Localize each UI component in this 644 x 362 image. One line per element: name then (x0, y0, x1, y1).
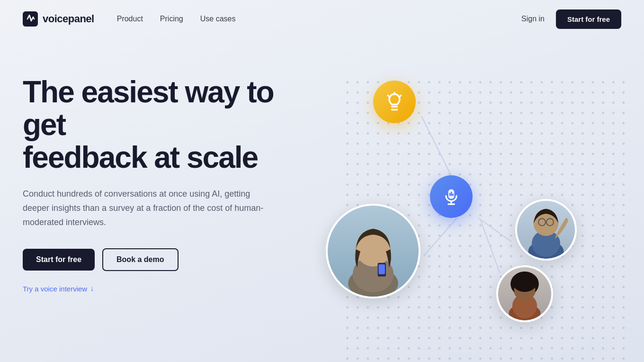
hero-title-line2: feedback at scale (23, 140, 258, 174)
lightbulb-icon (384, 91, 405, 112)
nav-link-pricing[interactable]: Pricing (160, 15, 183, 23)
hero-visual (278, 66, 621, 351)
hero-subtitle: Conduct hundreds of conversations at onc… (23, 187, 269, 229)
person-3-bg (498, 267, 551, 320)
nav-links: Product Pricing Use cases (117, 15, 236, 23)
voice-interview-label: Try a voice interview (23, 285, 87, 293)
person-circle-1 (326, 204, 420, 299)
book-demo-button[interactable]: Book a demo (102, 248, 178, 271)
voice-interview-link[interactable]: Try a voice interview ↓ (23, 284, 297, 293)
hero-buttons: Start for free Book a demo (23, 248, 297, 271)
hero-content: The easiest way to get feedback at scale… (23, 66, 297, 293)
nav-right: Sign in Start for free (521, 9, 621, 29)
sign-in-link[interactable]: Sign in (521, 15, 545, 23)
voice-interview-arrow: ↓ (90, 284, 94, 293)
logo-text: voicepanel (43, 13, 94, 25)
person-circle-3 (496, 265, 553, 322)
start-free-button-hero[interactable]: Start for free (23, 249, 95, 271)
logo[interactable]: voicepanel (23, 11, 94, 27)
svg-rect-11 (451, 192, 452, 196)
navbar: voicepanel Product Pricing Use cases Sig… (0, 0, 644, 38)
mic-node (430, 175, 473, 218)
svg-rect-18 (379, 264, 385, 274)
lightbulb-node (373, 81, 416, 123)
svg-point-32 (512, 272, 537, 292)
start-free-button-nav[interactable]: Start for free (556, 9, 621, 29)
hero-title: The easiest way to get feedback at scale (23, 76, 297, 174)
nav-left: voicepanel Product Pricing Use cases (23, 11, 235, 27)
person-1-bg (328, 206, 419, 297)
nav-link-product[interactable]: Product (117, 15, 143, 23)
svg-rect-12 (452, 194, 453, 196)
svg-rect-10 (449, 193, 450, 196)
person-2-bg (517, 201, 575, 259)
voicepanel-logo-icon (23, 11, 38, 27)
mic-icon (442, 188, 460, 206)
person-circle-2 (515, 199, 577, 261)
hero-title-line1: The easiest way to get (23, 75, 274, 142)
hero-section: The easiest way to get feedback at scale… (0, 38, 644, 351)
nav-link-use-cases[interactable]: Use cases (200, 15, 236, 23)
